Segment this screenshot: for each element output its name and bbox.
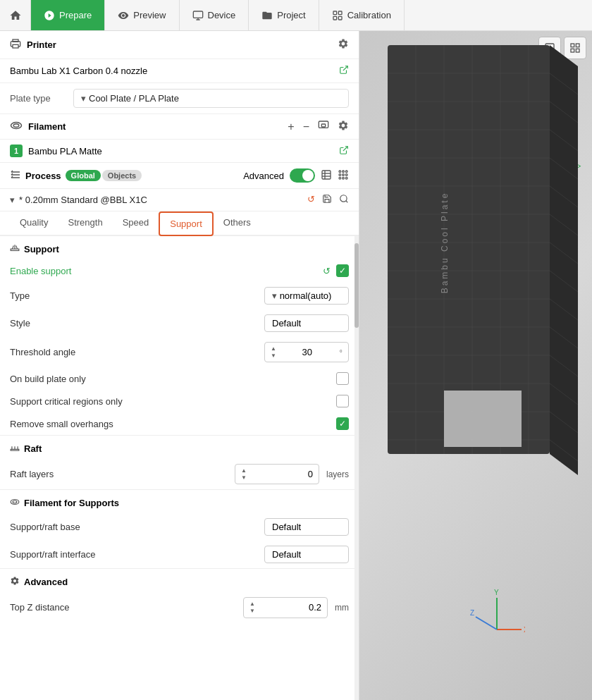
- printer-name-text: Bambu Lab X1 Carbon 0.4 nozzle: [10, 66, 147, 76]
- svg-line-12: [343, 146, 347, 150]
- printer-settings-icon[interactable]: [338, 38, 349, 51]
- nav-calibration[interactable]: Calibration: [319, 0, 405, 30]
- support-critical-row: Support critical regions only: [0, 390, 359, 412]
- tab-speed[interactable]: Speed: [113, 211, 159, 236]
- svg-rect-3: [333, 16, 337, 20]
- raft-spinner-up[interactable]: ▲: [241, 467, 247, 474]
- style-value: Default: [264, 314, 349, 332]
- printer-name-row[interactable]: Bambu Lab X1 Carbon 0.4 nozzle: [0, 59, 359, 83]
- scrollbar-thumb[interactable]: [354, 243, 359, 328]
- preset-name-text: * 0.20mm Standard @BBL X1C: [19, 195, 303, 205]
- tab-others[interactable]: Others: [214, 211, 261, 236]
- z-spinner[interactable]: ▲ ▼: [249, 601, 255, 614]
- threshold-angle-input[interactable]: ▲ ▼ 30 °: [264, 342, 349, 362]
- on-build-plate-checkbox[interactable]: [336, 372, 349, 385]
- svg-point-18: [343, 171, 345, 173]
- on-build-plate-value: [336, 372, 349, 385]
- support-section-title: Support: [0, 236, 359, 259]
- advanced-toggle[interactable]: [290, 168, 315, 183]
- enable-support-refresh-icon[interactable]: ↺: [323, 266, 331, 276]
- raft-section-icon: [10, 443, 20, 455]
- top-z-distance-row: Top Z distance ▲ ▼ 0.2 mm: [0, 592, 359, 622]
- list-icon[interactable]: [321, 169, 332, 183]
- nav-prepare[interactable]: Prepare: [31, 0, 105, 30]
- support-critical-checkbox[interactable]: [336, 395, 349, 407]
- top-z-distance-input[interactable]: ▲ ▼ 0.2: [243, 597, 328, 618]
- support-raft-interface-row: Support/raft interface Default: [0, 541, 359, 568]
- raft-spinner-down[interactable]: ▼: [241, 474, 247, 481]
- type-selector[interactable]: ▾ normal(auto): [264, 287, 349, 305]
- plate-3d-visualization: Bambu Cool Plate: [359, 31, 592, 524]
- z-spinner-down[interactable]: ▼: [249, 608, 255, 615]
- svg-point-9: [13, 124, 19, 128]
- support-raft-interface-selector[interactable]: Default: [264, 546, 349, 563]
- nav-preview-label: Preview: [133, 10, 166, 20]
- raft-spinner[interactable]: ▲ ▼: [241, 467, 247, 481]
- threshold-angle-label: Threshold angle: [10, 347, 264, 357]
- top-z-distance-value: ▲ ▼ 0.2 mm: [243, 597, 349, 618]
- preset-actions: ↺: [307, 194, 349, 206]
- scrollbar-track[interactable]: [354, 236, 359, 700]
- filament-supports-icon: [10, 497, 20, 509]
- style-selector[interactable]: Default: [264, 314, 349, 332]
- right-panel-viewport: ✏: [359, 31, 592, 700]
- filament-remove-button[interactable]: −: [303, 121, 309, 133]
- svg-point-37: [13, 501, 17, 504]
- z-spinner-up[interactable]: ▲: [249, 601, 255, 608]
- nav-device[interactable]: Device: [180, 0, 249, 30]
- tag-objects[interactable]: Objects: [102, 170, 142, 181]
- chevron-icon: ▾: [272, 290, 280, 301]
- spinner-up[interactable]: ▲: [271, 345, 276, 352]
- filament-number: 1: [10, 145, 23, 157]
- nav-preview[interactable]: Preview: [105, 0, 179, 30]
- spinner-buttons[interactable]: ▲ ▼: [271, 345, 276, 359]
- degree-unit: °: [340, 348, 343, 357]
- tag-global[interactable]: Global: [66, 170, 101, 181]
- threshold-angle-number: 30: [302, 347, 312, 357]
- support-raft-base-value: Default: [264, 518, 349, 536]
- viewport-background[interactable]: ✏: [359, 31, 592, 700]
- filament-settings-icon[interactable]: [338, 120, 349, 133]
- style-value-text: Default: [272, 318, 301, 328]
- spinner-down[interactable]: ▼: [271, 352, 276, 360]
- grid-icon[interactable]: [338, 169, 349, 183]
- svg-rect-13: [322, 171, 331, 179]
- refresh-icon[interactable]: ↺: [307, 194, 315, 206]
- save-preset-icon[interactable]: [322, 194, 332, 206]
- filament-name-text: Bambu PLA Matte: [28, 146, 333, 156]
- tab-strength[interactable]: Strength: [58, 211, 112, 236]
- style-label: Style: [10, 318, 264, 328]
- style-row: Style Default: [0, 309, 359, 337]
- support-raft-base-text: Default: [272, 522, 301, 532]
- filament-edit-icon[interactable]: [339, 145, 349, 157]
- enable-support-checkbox[interactable]: [336, 264, 349, 277]
- svg-point-21: [343, 173, 345, 176]
- tab-support[interactable]: Support: [159, 211, 214, 236]
- external-link-icon[interactable]: [339, 65, 349, 77]
- filament-supports-section-title: Filament for Supports: [0, 490, 359, 513]
- filament-item: 1 Bambu PLA Matte: [0, 140, 359, 163]
- plate-type-selector[interactable]: ▾ Cool Plate / PLA Plate: [73, 89, 349, 108]
- filament-sync-icon[interactable]: [318, 120, 329, 133]
- filament-add-button[interactable]: +: [288, 121, 294, 133]
- support-content-area: Support Enable support ↺ Type ▾ normal(a…: [0, 236, 359, 700]
- support-raft-base-selector[interactable]: Default: [264, 518, 349, 536]
- svg-point-8: [11, 123, 22, 129]
- toggle-slider: [290, 168, 315, 183]
- advanced-section-label: Advanced: [24, 577, 68, 587]
- svg-point-25: [345, 177, 347, 179]
- home-button[interactable]: [0, 0, 31, 30]
- nav-project[interactable]: Project: [249, 0, 319, 30]
- raft-layers-label: Raft layers: [10, 469, 235, 479]
- tab-quality[interactable]: Quality: [10, 211, 58, 236]
- type-value-text: normal(auto): [280, 290, 332, 301]
- plate-type-label: Plate type: [10, 93, 66, 104]
- remove-small-overhangs-checkbox[interactable]: [336, 417, 349, 430]
- nav-project-label: Project: [277, 10, 305, 20]
- svg-rect-6: [13, 44, 18, 48]
- support-critical-label: Support critical regions only: [10, 396, 336, 407]
- svg-rect-0: [193, 11, 202, 18]
- raft-layers-input[interactable]: ▲ ▼ 0: [235, 464, 319, 484]
- search-preset-icon[interactable]: [339, 194, 349, 206]
- advanced-section-icon: [10, 576, 20, 588]
